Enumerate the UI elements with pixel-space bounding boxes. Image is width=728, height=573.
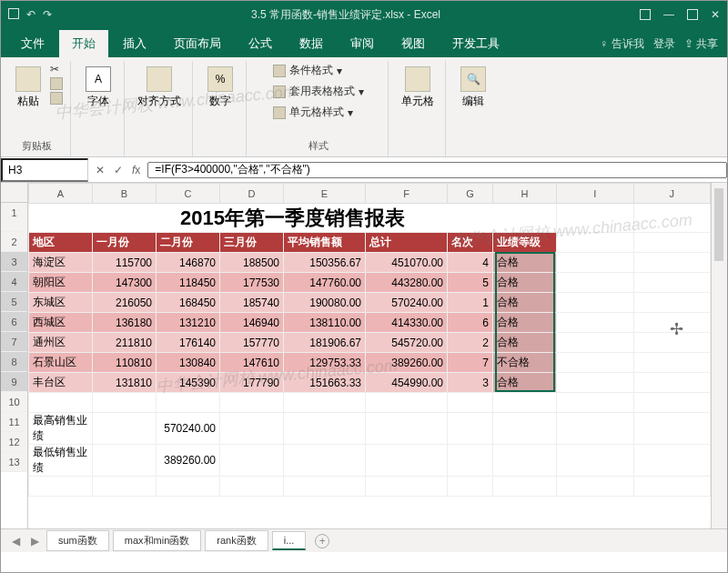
cell[interactable]: 118450	[157, 273, 220, 293]
cell-grade[interactable]: 合格	[493, 293, 557, 313]
cell[interactable]: 110810	[93, 353, 157, 373]
cell[interactable]: 西城区	[29, 313, 93, 333]
enter-icon[interactable]: ✓	[114, 164, 123, 176]
cell[interactable]: 136180	[93, 313, 157, 333]
ribbon-options-icon[interactable]	[640, 9, 651, 20]
cell-grade[interactable]: 合格	[493, 333, 557, 353]
formula-input[interactable]	[147, 162, 727, 178]
cell[interactable]: 石景山区	[29, 353, 93, 373]
undo-icon[interactable]: ↶	[26, 8, 35, 21]
row-head[interactable]: 2	[1, 232, 27, 252]
save-icon[interactable]	[8, 8, 19, 19]
cell[interactable]: 5	[448, 273, 493, 293]
paste-button[interactable]: 粘贴	[10, 63, 46, 113]
minimize-icon[interactable]: —	[663, 8, 674, 21]
sheet-tab[interactable]: rank函数	[205, 530, 268, 551]
cell[interactable]: 147610	[220, 353, 284, 373]
row-head[interactable]: 5	[1, 292, 27, 312]
cell[interactable]: 443280.00	[366, 273, 448, 293]
cell-style-button[interactable]: 单元格样式 ▾	[273, 105, 364, 120]
signin[interactable]: 登录	[653, 36, 675, 52]
tab-nav-prev-icon[interactable]: ◀	[8, 535, 24, 548]
cell[interactable]: 389260.00	[366, 353, 448, 373]
table-format-button[interactable]: 套用表格格式 ▾	[273, 84, 364, 99]
tab-review[interactable]: 审阅	[338, 30, 387, 57]
row-head[interactable]: 1	[1, 203, 27, 232]
cell[interactable]: 146940	[220, 313, 284, 333]
grid[interactable]: ABCDEFGHIJ 2015年第一季度销售报表 地区一月份二月份三月份平均销售…	[28, 183, 711, 528]
row-head[interactable]: 11	[1, 412, 27, 432]
cut-button[interactable]: ✂	[50, 63, 63, 75]
tab-home[interactable]: 开始	[59, 30, 108, 57]
cell[interactable]: 115700	[93, 253, 157, 273]
row-head[interactable]: 3	[1, 252, 27, 272]
cell-grade[interactable]: 不合格	[493, 353, 557, 373]
tab-developer[interactable]: 开发工具	[440, 30, 512, 57]
row-head[interactable]: 10	[1, 392, 27, 412]
cell-grade[interactable]: 合格	[493, 313, 557, 333]
cell-grade[interactable]: 合格	[493, 253, 557, 273]
row-head[interactable]: 6	[1, 312, 27, 332]
cell[interactable]: 129753.33	[284, 353, 366, 373]
select-all-corner[interactable]	[1, 183, 27, 203]
cell[interactable]: 4	[448, 253, 493, 273]
cell[interactable]: 570240.00	[366, 293, 448, 313]
cell[interactable]: 东城区	[29, 293, 93, 313]
cells-button[interactable]: 单元格	[398, 63, 438, 113]
cell[interactable]: 131810	[93, 373, 157, 393]
cancel-icon[interactable]: ✕	[96, 164, 105, 176]
cell[interactable]: 188500	[220, 253, 284, 273]
cell[interactable]: 丰台区	[29, 373, 93, 393]
tab-insert[interactable]: 插入	[110, 30, 159, 57]
cell[interactable]: 146870	[157, 253, 220, 273]
font-button[interactable]: A字体	[80, 63, 116, 113]
row-head[interactable]: 13	[1, 452, 27, 472]
cell[interactable]: 190080.00	[284, 293, 366, 313]
redo-icon[interactable]: ↷	[43, 8, 52, 21]
number-button[interactable]: %数字	[202, 63, 238, 113]
cell[interactable]: 朝阳区	[29, 273, 93, 293]
cell[interactable]: 151663.33	[284, 373, 366, 393]
cell[interactable]: 150356.67	[284, 253, 366, 273]
sheet-tab[interactable]: sum函数	[46, 530, 109, 551]
cell[interactable]: 176140	[157, 333, 220, 353]
row-head[interactable]: 4	[1, 272, 27, 292]
cell[interactable]: 181906.67	[284, 333, 366, 353]
cell[interactable]: 7	[448, 353, 493, 373]
row-head[interactable]: 8	[1, 352, 27, 372]
cell[interactable]: 157770	[220, 333, 284, 353]
cell[interactable]: 138110.00	[284, 313, 366, 333]
tab-data[interactable]: 数据	[287, 30, 336, 57]
cell[interactable]: 211810	[93, 333, 157, 353]
cell[interactable]: 3	[448, 373, 493, 393]
cell[interactable]: 通州区	[29, 333, 93, 353]
tab-nav-next-icon[interactable]: ▶	[27, 535, 43, 548]
tab-view[interactable]: 视图	[389, 30, 438, 57]
tab-pagelayout[interactable]: 页面布局	[161, 30, 234, 57]
tab-formulas[interactable]: 公式	[236, 30, 285, 57]
cell[interactable]: 145390	[157, 373, 220, 393]
name-box[interactable]	[1, 158, 88, 182]
cell[interactable]: 6	[448, 313, 493, 333]
cell[interactable]: 2	[448, 333, 493, 353]
row-head[interactable]: 12	[1, 432, 27, 452]
cell[interactable]: 147300	[93, 273, 157, 293]
add-sheet-button[interactable]: +	[315, 534, 329, 548]
cell[interactable]: 185740	[220, 293, 284, 313]
format-painter-button[interactable]	[50, 92, 63, 105]
cell[interactable]: 168450	[157, 293, 220, 313]
cell[interactable]: 130840	[157, 353, 220, 373]
cell[interactable]: 451070.00	[366, 253, 448, 273]
cell-grade[interactable]: 合格	[493, 273, 557, 293]
cell[interactable]: 131210	[157, 313, 220, 333]
fx-icon[interactable]: fx	[132, 164, 140, 176]
tell-me[interactable]: ♀ 告诉我	[600, 36, 643, 52]
sheet-tab[interactable]: max和min函数	[113, 530, 202, 551]
copy-button[interactable]	[50, 77, 63, 90]
close-icon[interactable]: ✕	[711, 8, 720, 21]
cell[interactable]: 海淀区	[29, 253, 93, 273]
row-head[interactable]: 9	[1, 372, 27, 392]
align-button[interactable]: 对齐方式	[134, 63, 185, 113]
vertical-scrollbar[interactable]	[711, 183, 727, 528]
editing-button[interactable]: 🔍编辑	[455, 63, 491, 113]
